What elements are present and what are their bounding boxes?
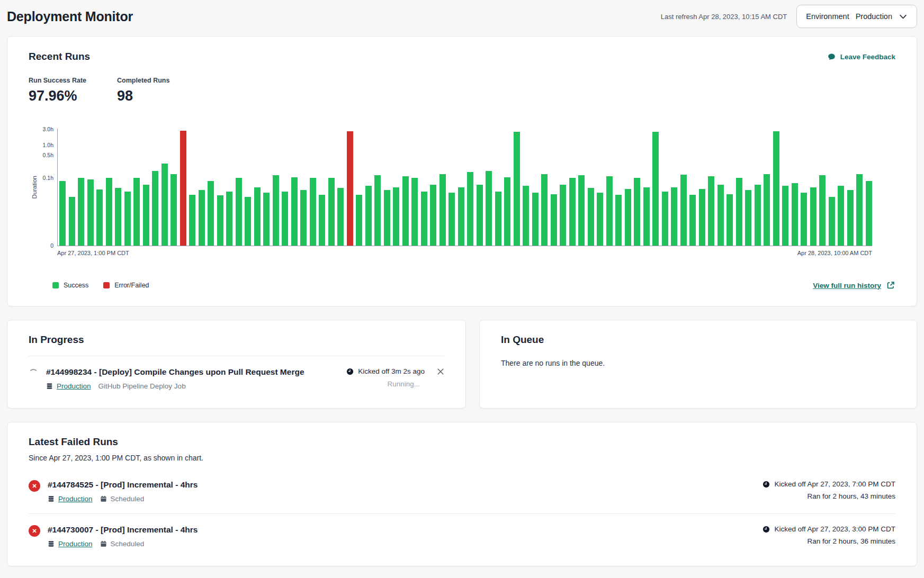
run-bar-success[interactable]	[448, 193, 455, 246]
run-bar-success[interactable]	[143, 185, 149, 246]
run-bar-success[interactable]	[356, 195, 362, 246]
run-bar-success[interactable]	[782, 186, 788, 246]
run-bar-success[interactable]	[319, 195, 325, 246]
leave-feedback-link[interactable]: Leave Feedback	[827, 52, 895, 61]
x-axis-labels: Apr 27, 2023, 1:00 PM CDT Apr 28, 2023, …	[57, 250, 872, 256]
run-bar-success[interactable]	[87, 179, 94, 246]
run-bar-success[interactable]	[625, 189, 631, 246]
run-bar-success[interactable]	[495, 192, 501, 246]
run-bar-success[interactable]	[847, 190, 854, 246]
run-bar-success[interactable]	[838, 186, 844, 246]
run-bar-success[interactable]	[829, 197, 835, 246]
run-bar-success[interactable]	[819, 175, 826, 246]
run-bar-success[interactable]	[680, 175, 687, 246]
run-bar-success[interactable]	[745, 190, 751, 246]
run-bar-success[interactable]	[634, 178, 640, 246]
run-bar-success[interactable]	[402, 176, 409, 246]
run-bar-success[interactable]	[652, 132, 659, 246]
run-bar-success[interactable]	[59, 181, 66, 246]
run-bar-success[interactable]	[226, 192, 232, 246]
run-bar-success[interactable]	[421, 192, 427, 246]
run-bar-success[interactable]	[504, 177, 510, 246]
run-bar-success[interactable]	[189, 195, 195, 246]
run-bar-success[interactable]	[263, 193, 270, 246]
run-bar-failed[interactable]	[347, 131, 353, 246]
environment-link[interactable]: Production	[48, 540, 93, 548]
run-bar-success[interactable]	[300, 190, 307, 246]
run-bar-success[interactable]	[291, 177, 298, 246]
run-bar-success[interactable]	[773, 131, 779, 246]
run-bar-success[interactable]	[569, 178, 576, 246]
run-bar-success[interactable]	[810, 187, 817, 246]
run-bar-success[interactable]	[856, 174, 863, 246]
run-bar-success[interactable]	[643, 187, 650, 246]
y-tick-label: 3.0h	[43, 126, 53, 132]
run-bar-success[interactable]	[384, 190, 390, 246]
run-bar-success[interactable]	[393, 187, 399, 246]
run-bar-success[interactable]	[606, 176, 613, 246]
run-bar-success[interactable]	[458, 187, 464, 246]
run-bar-success[interactable]	[689, 195, 696, 246]
run-bar-success[interactable]	[671, 187, 677, 246]
run-bar-success[interactable]	[477, 185, 483, 246]
run-bar-success[interactable]	[273, 175, 279, 246]
run-bar-success[interactable]	[337, 188, 344, 246]
cancel-run-button[interactable]	[437, 368, 444, 375]
run-bar-success[interactable]	[69, 197, 75, 246]
run-bar-success[interactable]	[662, 192, 668, 246]
run-bar-success[interactable]	[764, 174, 770, 246]
run-bar-success[interactable]	[133, 178, 140, 246]
environment-link[interactable]: Production	[48, 495, 93, 503]
run-bar-success[interactable]	[541, 174, 548, 246]
run-bar-success[interactable]	[124, 192, 131, 246]
run-bar-success[interactable]	[430, 185, 436, 246]
x-axis-end-label: Apr 28, 2023, 10:00 AM CDT	[797, 250, 872, 256]
run-bar-success[interactable]	[467, 172, 473, 246]
run-bar-success[interactable]	[162, 164, 168, 246]
run-bar-success[interactable]	[245, 197, 251, 246]
run-bar-success[interactable]	[736, 178, 742, 246]
run-bar-success[interactable]	[523, 186, 529, 246]
run-bar-success[interactable]	[486, 171, 492, 246]
run-bar-success[interactable]	[792, 183, 798, 246]
run-bar-success[interactable]	[411, 178, 418, 246]
y-tick-label: 0	[50, 242, 53, 249]
run-bar-success[interactable]	[551, 194, 557, 246]
run-bar-success[interactable]	[374, 175, 381, 246]
run-bar-success[interactable]	[208, 181, 214, 246]
run-bar-success[interactable]	[217, 195, 223, 246]
run-bar-success[interactable]	[597, 193, 603, 246]
environment-select[interactable]: Environment Production	[796, 5, 917, 28]
run-bar-success[interactable]	[708, 176, 714, 246]
run-bar-success[interactable]	[115, 188, 121, 246]
run-bar-success[interactable]	[106, 178, 112, 246]
run-bar-success[interactable]	[439, 174, 446, 246]
failed-run-title: #144784525 - [Prod] Incremental - 4hrs	[48, 480, 755, 490]
run-bar-success[interactable]	[726, 194, 733, 246]
run-bar-success[interactable]	[755, 185, 761, 246]
run-bar-success[interactable]	[532, 193, 539, 246]
run-bar-success[interactable]	[282, 192, 288, 246]
run-bar-success[interactable]	[615, 195, 622, 246]
run-bar-success[interactable]	[171, 174, 177, 246]
run-bar-success[interactable]	[866, 181, 872, 246]
environment-link[interactable]: Production	[46, 382, 91, 390]
run-bar-success[interactable]	[328, 178, 335, 246]
run-bar-success[interactable]	[578, 175, 585, 246]
run-bar-success[interactable]	[254, 187, 261, 246]
run-bar-success[interactable]	[236, 178, 242, 246]
run-bar-success[interactable]	[310, 178, 316, 246]
run-bar-success[interactable]	[365, 186, 372, 246]
run-bar-success[interactable]	[588, 188, 594, 246]
run-bar-success[interactable]	[717, 185, 724, 246]
run-bar-failed[interactable]	[180, 131, 186, 246]
run-bar-success[interactable]	[801, 193, 807, 246]
view-full-run-history-link[interactable]: View full run history	[813, 281, 895, 290]
run-bar-success[interactable]	[152, 171, 158, 246]
run-bar-success[interactable]	[699, 189, 705, 246]
run-bar-success[interactable]	[560, 185, 566, 246]
run-bar-success[interactable]	[199, 190, 205, 246]
run-bar-success[interactable]	[78, 178, 84, 246]
run-bar-success[interactable]	[514, 132, 520, 246]
run-bar-success[interactable]	[96, 189, 103, 246]
